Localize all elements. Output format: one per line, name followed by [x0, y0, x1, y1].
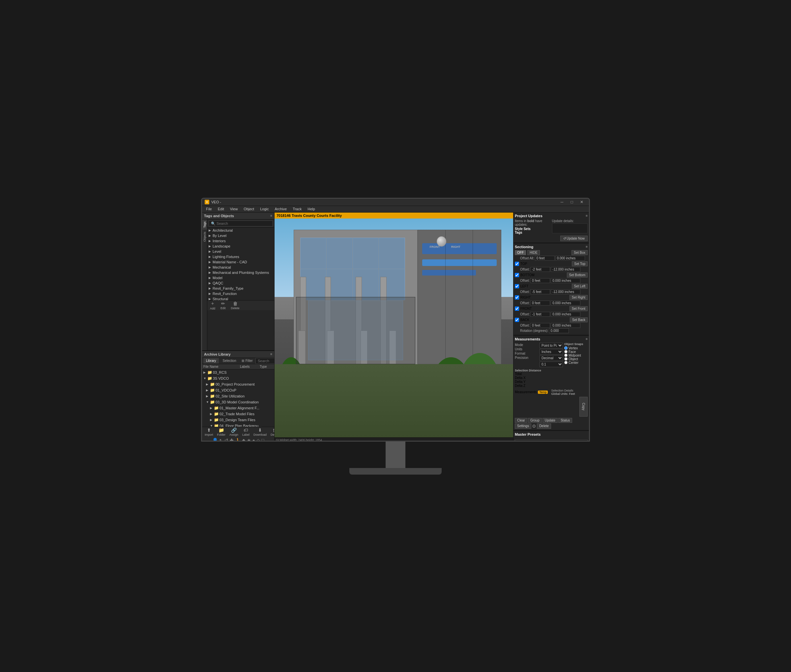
archive-item-trade[interactable]: ▶ 📁 02_Trade Model Files [202, 411, 274, 417]
tab-library[interactable]: Library [203, 358, 219, 363]
tab-selection[interactable]: Selection [220, 358, 239, 363]
status-btn[interactable]: Status [558, 418, 572, 423]
archive-item-master-align[interactable]: ▶ 📁 01_Master Alignment F... [202, 405, 274, 411]
vertex-radio[interactable] [564, 346, 568, 350]
set-right-btn[interactable]: Set Right [570, 295, 588, 300]
tree-item-model[interactable]: ▶ Model [207, 275, 274, 280]
right-checkbox[interactable] [515, 295, 519, 299]
delete-meas-btn[interactable]: Delete [537, 424, 551, 429]
edit-button[interactable]: ✏ Edit [219, 300, 227, 310]
tree-item-mech-plumb[interactable]: ▶ Mechanical and Plumbing Systems [207, 270, 274, 275]
tags-search-input[interactable] [209, 221, 273, 226]
menu-logic[interactable]: Logic [258, 206, 271, 211]
tree-item-architectural[interactable]: ▶ Architectural [207, 228, 274, 233]
tree-item-by-level[interactable]: ▶ By Level [207, 233, 274, 238]
back-inches-input[interactable] [551, 323, 580, 328]
archive-item-site[interactable]: ▶ 📁 02_Site Utilization [202, 393, 274, 399]
set-box-btn[interactable]: Set Box [572, 250, 588, 255]
top-inches-input[interactable] [551, 267, 580, 272]
menu-view[interactable]: View [227, 206, 240, 211]
update-now-button[interactable]: ↺ Update Now [560, 236, 588, 241]
delete-button[interactable]: 🗑 Delete [230, 300, 241, 310]
tree-item-revit-family[interactable]: ▶ Revit_Family_Type [207, 286, 274, 291]
tree-item-structural[interactable]: ▶ Structural [207, 296, 274, 300]
tree-item-revit-function[interactable]: ▶ Revit_Function [207, 291, 274, 296]
close-button[interactable]: ✕ [577, 198, 586, 206]
archive-item-3d-coord[interactable]: ▼ 📁 03_3D Model Coordination [202, 399, 274, 405]
label-button[interactable]: 🏷 Label [241, 427, 251, 437]
menu-track[interactable]: Track [290, 206, 304, 211]
archive-item-rcs[interactable]: ▶ 📁 03_RCS [202, 370, 274, 375]
left-inches-input[interactable] [551, 290, 580, 294]
menu-edit[interactable]: Edit [215, 206, 227, 211]
copy-button[interactable]: Copy [580, 397, 588, 417]
bottom-checkbox[interactable] [515, 273, 519, 277]
front-feet-input[interactable] [530, 312, 550, 317]
menu-archive[interactable]: Archive [272, 206, 289, 211]
set-left-btn[interactable]: Set Left [572, 284, 588, 289]
front-inches-input[interactable] [551, 312, 580, 317]
clear-btn[interactable]: Clear [515, 418, 527, 423]
front-checkbox[interactable] [515, 307, 519, 311]
sectioning-toggle[interactable]: ≡ [586, 245, 588, 248]
precision-select[interactable]: 0.1 [540, 362, 563, 367]
tree-item-landscape[interactable]: ▶ Landscape [207, 243, 274, 249]
top-feet-input[interactable] [530, 267, 550, 272]
set-back-btn[interactable]: Set Back [570, 317, 588, 322]
vtab-tags[interactable]: Tags [202, 219, 207, 230]
archive-search-input[interactable] [255, 358, 275, 364]
settings-btn[interactable]: Settings [515, 424, 531, 429]
set-front-btn[interactable]: Set Front [570, 306, 588, 311]
bottom-feet-input[interactable] [530, 278, 550, 283]
minimize-button[interactable]: ─ [557, 198, 567, 206]
set-bottom-btn[interactable]: Set Bottom [567, 272, 588, 277]
top-checkbox[interactable] [515, 262, 519, 266]
left-feet-input[interactable] [530, 290, 550, 294]
presets-search-input[interactable] [515, 440, 588, 442]
tree-item-lighting[interactable]: ▶ Lighting Fixtures [207, 254, 274, 259]
tree-item-interiors[interactable]: ▶ Interiors [207, 238, 274, 243]
group-btn[interactable]: Group [528, 418, 542, 423]
archive-item-floor-plan[interactable]: ▼ 📁 04_Floor Plan Backgrou... [202, 423, 274, 427]
format-select[interactable]: Decimal [540, 355, 563, 361]
offset-all-feet-input[interactable] [535, 256, 555, 261]
object-radio[interactable] [564, 357, 568, 360]
offset-all-inches-input[interactable] [556, 256, 585, 261]
tree-item-mechanical[interactable]: ▶ Mechanical [207, 265, 274, 270]
archive-item-procurement[interactable]: ▶ 📁 00_Project Procurement [202, 381, 274, 387]
tree-item-material[interactable]: ▶ Material Name - CAD [207, 259, 274, 265]
menu-help[interactable]: Help [305, 206, 318, 211]
menu-object[interactable]: Object [241, 206, 257, 211]
archive-delete-button[interactable]: 🗑 Delete [269, 427, 275, 437]
units-select[interactable]: Inches [540, 349, 563, 355]
import-button[interactable]: ⬆ Import [203, 427, 215, 437]
face-radio[interactable] [564, 350, 568, 353]
assign-button[interactable]: 🔗 Assign [228, 427, 240, 437]
back-feet-input[interactable] [530, 323, 550, 328]
center-3d-view[interactable]: 7018146 Travis County Courts Facility [275, 213, 513, 442]
set-top-btn[interactable]: Set Top [572, 261, 588, 266]
archive-item-vdco[interactable]: ▼ 📁 3S VDCO [202, 375, 274, 381]
maximize-button[interactable]: □ [567, 198, 576, 206]
update-meas-btn[interactable]: Update [543, 418, 558, 423]
add-button[interactable]: ＋ Add [209, 300, 216, 311]
right-inches-input[interactable] [551, 301, 580, 306]
mode-select[interactable]: Point to Point [540, 343, 563, 348]
bottom-inches-input[interactable] [551, 278, 580, 283]
download-button[interactable]: ⬇ Download [252, 427, 268, 437]
back-checkbox[interactable] [515, 318, 519, 322]
folder-button[interactable]: 📁 Folder [216, 427, 227, 437]
menu-file[interactable]: File [203, 206, 215, 211]
measurements-toggle[interactable]: ≡ [586, 337, 588, 341]
sectioning-hide-btn[interactable]: HIDE [527, 250, 540, 255]
project-updates-toggle[interactable]: ≡ [586, 214, 588, 218]
archive-item-vdcoxp[interactable]: ▶ 📁 01_VDCOxP [202, 387, 274, 393]
midpoint-radio[interactable] [564, 354, 568, 357]
center-radio[interactable] [564, 361, 568, 364]
sectioning-off-btn[interactable]: OFF [515, 250, 526, 255]
filter-icon[interactable]: ⊞ [242, 359, 244, 363]
left-checkbox[interactable] [515, 284, 519, 288]
vtab-objects[interactable]: Objects [202, 230, 207, 244]
right-feet-input[interactable] [530, 301, 550, 306]
tree-item-level[interactable]: ▶ Level [207, 249, 274, 254]
